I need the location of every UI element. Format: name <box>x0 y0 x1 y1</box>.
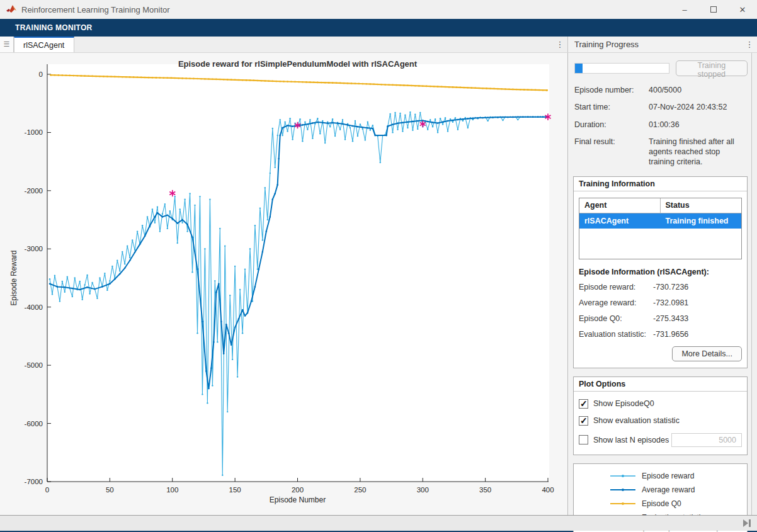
line-dot-sample-icon <box>610 473 635 479</box>
skip-to-end-icon[interactable] <box>743 519 752 527</box>
y-tick-label: -4000 <box>25 303 43 311</box>
panel-collapse-gutter[interactable] <box>751 53 757 515</box>
stat-label: Episode Q0: <box>579 314 653 323</box>
column-header-agent: Agent <box>579 198 661 213</box>
x-tick-label: 350 <box>479 486 491 494</box>
main-area: Episode reward for rlSimplePendulumModel… <box>0 53 757 515</box>
y-tick-label: -6000 <box>25 420 43 427</box>
progress-fields: Episode number: 400/5000 Start time: 07-… <box>574 85 745 167</box>
field-value: 400/5000 <box>649 85 745 95</box>
stat-value: -275.3433 <box>653 314 742 323</box>
episode-stats: Episode reward: -730.7236 Average reward… <box>579 283 742 339</box>
option-label: Show EpisodeQ0 <box>593 399 654 408</box>
x-axis-label: Episode Number <box>270 495 326 504</box>
show-evaluation-statistic-checkbox[interactable] <box>579 416 588 426</box>
x-tick-label: 200 <box>292 486 304 494</box>
section-title: Plot Options <box>574 377 747 392</box>
window-title: Reinforcement Learning Training Monitor <box>21 5 170 14</box>
x-tick-label: 0 <box>45 486 49 494</box>
stat-label: Episode reward: <box>579 283 653 291</box>
legend-item-episode-reward: Episode reward <box>574 469 747 483</box>
field-label: Duration: <box>574 120 649 130</box>
legend-label: Average reward <box>642 485 695 494</box>
matlab-logo-icon <box>6 5 16 14</box>
legend-item-episode-q0: Episode Q0 <box>574 497 747 511</box>
tab-strip-spacer <box>74 37 552 52</box>
option-show-evaluation-statistic: Show evaluation statistic <box>579 416 742 426</box>
ribbon: TRAINING MONITOR <box>0 19 757 37</box>
kebab-icon: ⋮ <box>556 40 564 49</box>
agent-cell: rlSACAgent <box>579 213 661 229</box>
stat-value: -730.7236 <box>653 283 742 291</box>
ribbon-tab-training-monitor[interactable]: TRAINING MONITOR <box>15 23 93 32</box>
option-show-last-n-episodes: Show last N episodes <box>579 433 742 447</box>
stat-label: Evaluation statistic: <box>579 330 653 339</box>
episode-information-title: Episode Information (rlSACAgent): <box>579 268 742 276</box>
window-controls: – ✕ <box>670 0 757 19</box>
line-dot-sample-icon <box>610 501 635 507</box>
legend-item-average-reward: Average reward <box>574 483 747 497</box>
panel-actions-menu-button[interactable]: ⋮ <box>742 40 757 49</box>
training-information-section: Training Information Agent Status rlSACA… <box>573 176 748 368</box>
field-value: 01:00:36 <box>649 120 745 130</box>
close-button[interactable]: ✕ <box>728 0 757 19</box>
tab-list-menu-button[interactable]: ☰ <box>0 37 14 52</box>
field-label: Final result: <box>574 137 649 167</box>
document-actions-menu-button[interactable]: ⋮ <box>552 37 567 52</box>
title-bar: Reinforcement Learning Training Monitor … <box>0 0 757 19</box>
y-tick-label: -2000 <box>25 187 43 195</box>
maximize-icon <box>710 6 717 13</box>
y-tick-label: 0 <box>39 71 43 78</box>
panel-title: Training Progress <box>568 40 742 49</box>
stat-label: Average reward: <box>579 298 653 307</box>
document-tab-rlsacagent[interactable]: rlSACAgent <box>14 37 74 52</box>
table-row[interactable]: rlSACAgent Training finished <box>579 213 741 229</box>
y-axis-label: Episode Reward <box>9 250 18 305</box>
more-details-row: More Details... <box>579 346 742 361</box>
legend-label: Episode reward <box>642 472 694 480</box>
y-tick-label: -1000 <box>25 128 43 136</box>
minimize-button[interactable]: – <box>670 0 699 19</box>
progress-row: Training stopped <box>574 60 748 76</box>
tab-strip: ☰ rlSACAgent ⋮ Training Progress ⋮ <box>0 37 757 53</box>
stat-value: -731.9656 <box>653 330 742 339</box>
hamburger-icon: ☰ <box>4 40 10 48</box>
option-label: Show last N episodes <box>593 436 669 444</box>
y-tick-label: -7000 <box>25 478 43 485</box>
field-value: Training finished after all agents reach… <box>649 137 745 167</box>
last-n-episodes-input[interactable] <box>671 433 742 447</box>
field-label: Start time: <box>574 102 649 112</box>
stat-value: -732.0981 <box>653 298 742 307</box>
line-dot-sample-icon <box>610 487 635 493</box>
x-tick-label: 250 <box>354 486 366 494</box>
y-tick-label: -5000 <box>25 361 43 369</box>
panel-content: Training stopped Episode number: 400/500… <box>568 53 751 515</box>
training-progress-panel: Training stopped Episode number: 400/500… <box>568 53 757 515</box>
chart-title: Episode reward for rlSimplePendulumModel… <box>178 59 418 69</box>
section-title: Training Information <box>574 177 747 191</box>
agent-table: Agent Status rlSACAgent Training finishe… <box>579 198 742 259</box>
x-tick-label: 300 <box>417 486 429 494</box>
maximize-button[interactable] <box>699 0 728 19</box>
more-details-button[interactable]: More Details... <box>672 346 742 361</box>
field-label: Episode number: <box>574 85 649 95</box>
option-show-episodeq0: Show EpisodeQ0 <box>579 399 742 409</box>
option-label: Show evaluation statistic <box>593 416 680 425</box>
status-cell: Training finished <box>661 213 742 229</box>
training-progress-panel-header: Training Progress ⋮ <box>568 37 757 52</box>
show-episodeq0-checkbox[interactable] <box>579 399 588 409</box>
x-tick-label: 150 <box>229 486 241 494</box>
app-window: Reinforcement Learning Training Monitor … <box>0 0 757 532</box>
training-stopped-button[interactable]: Training stopped <box>676 60 748 76</box>
table-header-row: Agent Status <box>579 198 741 213</box>
show-last-n-episodes-checkbox[interactable] <box>579 435 588 444</box>
training-chart: Episode reward for rlSimplePendulumModel… <box>0 53 567 516</box>
table-empty-area <box>579 229 741 259</box>
field-value: 07-Nov-2024 20:43:52 <box>649 102 745 112</box>
x-tick-label: 100 <box>166 486 178 494</box>
training-progress-bar <box>574 63 669 74</box>
x-tick-label: 400 <box>542 486 554 494</box>
legend-label: Episode Q0 <box>642 499 681 508</box>
y-tick-label: -3000 <box>25 245 43 252</box>
chart-document: Episode reward for rlSimplePendulumModel… <box>0 53 568 515</box>
